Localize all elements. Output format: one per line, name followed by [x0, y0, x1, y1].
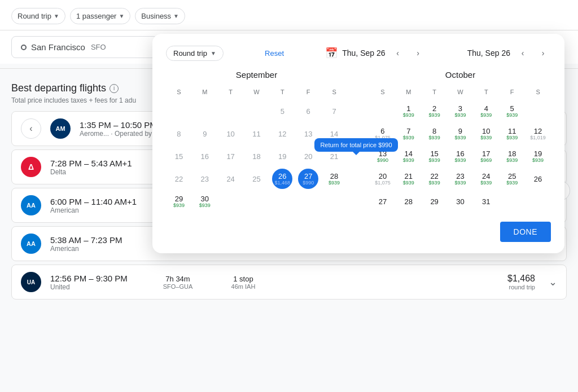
sep-12[interactable]: 12	[269, 122, 295, 145]
sep-e2	[244, 190, 270, 213]
oct-22[interactable]: 22$939	[422, 168, 448, 190]
sep-17[interactable]: 17	[218, 145, 244, 168]
trip-type-button[interactable]: Round trip ▼	[11, 8, 65, 24]
sep-6[interactable]: 6	[295, 100, 321, 122]
oct-day-s2: S	[525, 86, 551, 100]
app-container: Round trip ▼ 1 passenger ▼ Business ▼ Sa…	[0, 0, 578, 392]
oct-17[interactable]: 17$969	[473, 145, 499, 168]
oct-19[interactable]: 19$939	[525, 145, 551, 168]
oct-29[interactable]: 29	[422, 190, 448, 213]
sep-14[interactable]: 14	[321, 122, 347, 145]
sep-11[interactable]: 11	[244, 122, 270, 145]
oct-25[interactable]: 25$939	[499, 168, 525, 190]
roundtrip-badge[interactable]: Round trip ▼	[166, 46, 224, 61]
date-nav-next-right[interactable]: ›	[535, 45, 551, 61]
reset-button[interactable]: Reset	[265, 49, 284, 58]
sep-day-f: F	[295, 86, 321, 100]
oct-1[interactable]: 1$939	[396, 100, 422, 122]
flight-airline-4: American	[50, 245, 141, 253]
sep-5[interactable]: 5	[269, 100, 295, 122]
oct-5[interactable]: 5$939	[499, 100, 525, 122]
sep-24[interactable]: 24	[218, 168, 244, 190]
oct-14[interactable]: 14$939	[396, 145, 422, 168]
sep-23[interactable]: 23	[192, 168, 218, 190]
sep-9[interactable]: 9	[192, 122, 218, 145]
origin-circle-icon	[21, 45, 27, 50]
sep-25[interactable]: 25	[244, 168, 270, 190]
passengers-button[interactable]: 1 passenger ▼	[70, 8, 130, 24]
oct-21[interactable]: 21$939	[396, 168, 422, 190]
sep-15[interactable]: 15	[166, 145, 192, 168]
oct-3[interactable]: 3$939	[448, 100, 474, 122]
airline-logo-5: UA	[21, 272, 41, 292]
oct-11[interactable]: 11$939	[499, 122, 525, 145]
sep-19[interactable]: 19	[269, 145, 295, 168]
sep-22[interactable]: 22	[166, 168, 192, 190]
cabin-button[interactable]: Business ▼	[135, 8, 185, 24]
cabin-chevron-icon: ▼	[173, 13, 179, 19]
sep-18[interactable]: 18	[244, 145, 270, 168]
top-bar: Round trip ▼ 1 passenger ▼ Business ▼	[0, 0, 578, 30]
airline-logo-2: Δ	[21, 157, 41, 177]
flight-airline-2: Delta	[50, 168, 141, 176]
sep-8[interactable]: 8	[166, 122, 192, 145]
roundtrip-label: Round trip	[173, 49, 207, 58]
expand-button-5[interactable]: ⌄	[549, 276, 557, 288]
departing-title-text: Best departing flights	[11, 82, 106, 94]
flight-time-2: 7:28 PM – 5:43 AM+1	[50, 158, 141, 168]
oct-e1	[499, 190, 525, 213]
passengers-label: 1 passenger	[76, 12, 117, 20]
oct-4[interactable]: 4$939	[473, 100, 499, 122]
oct-16[interactable]: 16$939	[448, 145, 474, 168]
date-nav-next[interactable]: ›	[410, 45, 426, 61]
sep-13[interactable]: 13	[295, 122, 321, 145]
oct-26[interactable]: 26	[525, 168, 551, 190]
oct-6[interactable]: 6$1,075	[370, 122, 396, 145]
sep-27[interactable]: 27 $990	[295, 168, 321, 190]
oct-23[interactable]: 23$939	[448, 168, 474, 190]
date-nav-prev[interactable]: ‹	[390, 45, 406, 61]
september-grid: S M T W T F S 5 6 7 8 9	[166, 86, 347, 213]
oct-18[interactable]: 18$939	[499, 145, 525, 168]
oct-10[interactable]: 10$939	[473, 122, 499, 145]
flight-price-5: $1,468	[507, 274, 535, 284]
oct-13[interactable]: 13$990	[370, 145, 396, 168]
oct-12[interactable]: 12$1,019	[525, 122, 551, 145]
sep-10[interactable]: 10	[218, 122, 244, 145]
sep-e3	[269, 190, 295, 213]
date-nav-prev-right[interactable]: ‹	[515, 45, 531, 61]
flight-route-5: SFO–GUA	[150, 283, 206, 290]
sep-16[interactable]: 16	[192, 145, 218, 168]
oct-8[interactable]: 8$939	[422, 122, 448, 145]
oct-7[interactable]: 7$939	[396, 122, 422, 145]
oct-20[interactable]: 20$1,075	[370, 168, 396, 190]
oct-day-f: F	[499, 86, 525, 100]
sep-day-t1: T	[218, 86, 244, 100]
oct-24[interactable]: 24$939	[473, 168, 499, 190]
sep-29[interactable]: 29$939	[166, 190, 192, 213]
oct-2[interactable]: 2$939	[422, 100, 448, 122]
flight-card-5[interactable]: UA 12:56 PM – 9:30 PM United 7h 34m SFO–…	[11, 265, 567, 299]
oct-15[interactable]: 15$939	[422, 145, 448, 168]
info-icon[interactable]: i	[110, 84, 119, 93]
sep-28[interactable]: 28$939	[321, 168, 347, 190]
sep-20[interactable]: 20	[295, 145, 321, 168]
oct-9[interactable]: 9$939	[448, 122, 474, 145]
oct-31[interactable]: 31	[473, 190, 499, 213]
sep-30[interactable]: 30$939	[192, 190, 218, 213]
prev-arrow[interactable]: ‹	[21, 118, 41, 139]
calendar-september: September S M T W T F S 5 6	[166, 70, 347, 213]
origin-input[interactable]: San Francisco SFO	[11, 36, 158, 58]
sep-21[interactable]: 21	[321, 145, 347, 168]
airline-logo-4: AA	[21, 234, 41, 254]
oct-30[interactable]: 30	[448, 190, 474, 213]
flight-airline-3: American	[50, 206, 141, 214]
done-button[interactable]: DONE	[500, 222, 551, 242]
sep-empty-4	[244, 100, 270, 122]
sep-7[interactable]: 7	[321, 100, 347, 122]
sep-26[interactable]: 26 $1,468 Return for total price $990	[269, 168, 295, 190]
oct-28[interactable]: 28	[396, 190, 422, 213]
oct-empty-2	[525, 100, 551, 122]
oct-27[interactable]: 27	[370, 190, 396, 213]
calendar-icon: 📅	[325, 47, 338, 59]
